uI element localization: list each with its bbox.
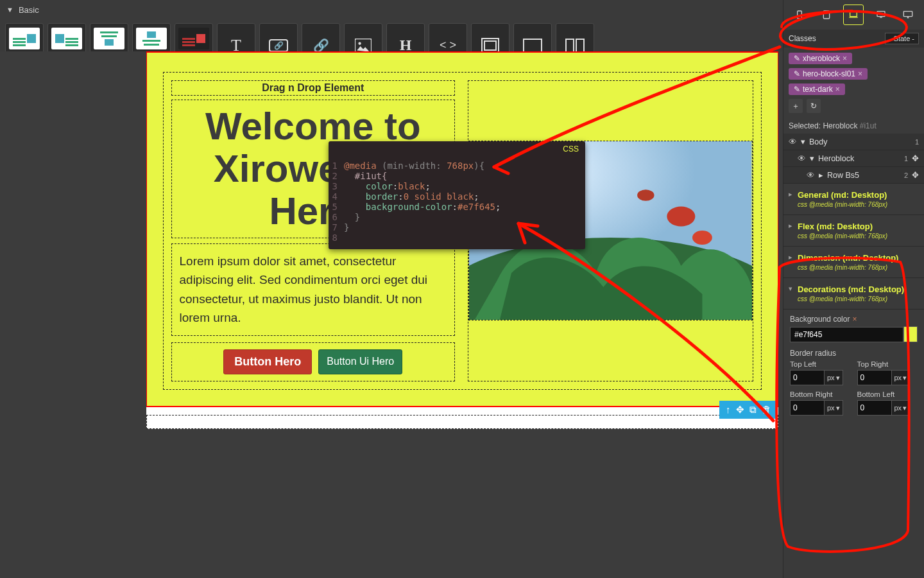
- svg-rect-9: [798, 11, 802, 19]
- device-laptop-icon[interactable]: [844, 5, 863, 24]
- classes-header: Classes - State -: [783, 30, 924, 48]
- remove-class-icon[interactable]: ×: [843, 54, 847, 63]
- device-switcher: [783, 0, 924, 30]
- radius-label: Border radius: [790, 349, 836, 358]
- bg-color-label: Background color: [790, 315, 850, 324]
- clear-bg-icon[interactable]: ×: [852, 315, 857, 324]
- class-tags: ✎ xheroblock × ✎ hero-block-sl01 × ✎ tex…: [783, 48, 924, 118]
- svg-rect-14: [880, 17, 882, 17]
- radius-bl-unit[interactable]: px ▾: [892, 400, 911, 416]
- drag-placeholder-bottom[interactable]: [146, 415, 778, 429]
- layer-tree: 👁 ▾ Body 1 👁 ▾ Heroblock 1 ✥ 👁 ▸ Row Bs5…: [783, 134, 924, 184]
- decorations-panel: Background color × Border radius Top Lef…: [783, 310, 924, 421]
- visibility-icon[interactable]: 👁: [798, 154, 806, 163]
- device-desktop-icon[interactable]: [871, 5, 891, 24]
- visibility-icon[interactable]: 👁: [789, 137, 797, 146]
- hero-paragraph[interactable]: Lorem ipsum dolor sit amet, consectetur …: [171, 243, 456, 336]
- code-body[interactable]: 1@media (min-width: 768px){ 2 #i1ut{ 3 c…: [329, 159, 585, 249]
- class-tag[interactable]: ✎ hero-block-sl01 ×: [789, 68, 868, 80]
- selection-toolbar: ↑ ✥ ⧉ 🗑: [719, 401, 778, 419]
- delete-icon[interactable]: 🗑: [762, 404, 771, 416]
- style-sections: General (md: Desktop) css @media (min-wi…: [783, 184, 924, 310]
- button-hero-primary[interactable]: Button Hero: [223, 349, 312, 374]
- drag-handle-icon[interactable]: ✥: [912, 170, 919, 180]
- radius-tl-unit[interactable]: px ▾: [825, 370, 843, 385]
- radius-br-unit[interactable]: px ▾: [825, 400, 843, 416]
- class-tag[interactable]: ✎ xheroblock ×: [789, 53, 852, 64]
- drag-placeholder[interactable]: Drag n Drop Element: [171, 80, 456, 96]
- move-up-icon[interactable]: ↑: [726, 404, 731, 416]
- svg-point-8: [637, 190, 654, 202]
- code-panel-title: CSS: [563, 144, 579, 153]
- svg-rect-11: [850, 12, 857, 16]
- hero-buttons-wrap[interactable]: Button Hero Button Ui Hero: [171, 342, 456, 381]
- svg-rect-10: [824, 11, 830, 19]
- drag-icon[interactable]: ✥: [736, 404, 744, 416]
- duplicate-icon[interactable]: ⧉: [749, 404, 757, 416]
- sync-class-icon[interactable]: ↻: [807, 99, 821, 113]
- svg-rect-3: [484, 41, 496, 50]
- section-decorations[interactable]: Decorations (md: Desktop) css @media (mi…: [783, 278, 924, 310]
- drag-handle-icon[interactable]: ✥: [912, 153, 919, 163]
- section-dimension[interactable]: Dimension (md: Desktop) css @media (min-…: [783, 247, 924, 278]
- remove-class-icon[interactable]: ×: [835, 85, 840, 94]
- device-mobile-icon[interactable]: [790, 5, 809, 24]
- section-flex[interactable]: Flex (md: Desktop) css @media (min-width…: [783, 215, 924, 247]
- device-large-icon[interactable]: [898, 5, 918, 24]
- svg-rect-13: [877, 12, 885, 17]
- svg-point-7: [692, 231, 712, 245]
- radius-br-input[interactable]: [790, 400, 825, 416]
- section-general[interactable]: General (md: Desktop) css @media (min-wi…: [783, 184, 924, 215]
- tree-row-heroblock[interactable]: 👁 ▾ Heroblock 1 ✥: [783, 150, 924, 167]
- svg-point-1: [358, 42, 361, 44]
- visibility-icon[interactable]: 👁: [807, 171, 815, 180]
- remove-class-icon[interactable]: ×: [858, 69, 862, 78]
- svg-point-6: [667, 207, 695, 227]
- panel-title: Basic: [19, 5, 39, 15]
- svg-rect-15: [903, 12, 912, 17]
- css-code-panel[interactable]: CSS 1@media (min-width: 768px){ 2 #i1ut{…: [329, 141, 585, 249]
- radius-bl-input[interactable]: [857, 400, 892, 416]
- collapse-caret-icon[interactable]: ▼: [6, 6, 13, 13]
- svg-rect-16: [907, 17, 909, 18]
- tree-row-body[interactable]: 👁 ▾ Body 1: [783, 134, 924, 150]
- device-tablet-icon[interactable]: [817, 5, 836, 24]
- radius-tl-input[interactable]: [790, 370, 825, 385]
- bg-color-input[interactable]: [790, 327, 903, 342]
- tree-row-rowbs5[interactable]: 👁 ▸ Row Bs5 2 ✥: [783, 167, 924, 184]
- right-panel: Classes - State - ✎ xheroblock × ✎ hero-…: [783, 0, 924, 578]
- svg-rect-12: [850, 17, 858, 17]
- classes-label: Classes: [789, 34, 816, 43]
- radius-tr-input[interactable]: [857, 370, 892, 385]
- class-tag[interactable]: ✎ text-dark ×: [789, 83, 845, 95]
- add-class-icon[interactable]: ＋: [789, 99, 803, 113]
- state-dropdown[interactable]: - State -: [885, 33, 919, 44]
- selected-indicator: Selected: Heroblock #i1ut: [783, 118, 924, 134]
- radius-tr-unit[interactable]: px ▾: [892, 370, 911, 385]
- bg-color-swatch[interactable]: [903, 326, 918, 342]
- button-hero-secondary[interactable]: Button Ui Hero: [318, 349, 402, 374]
